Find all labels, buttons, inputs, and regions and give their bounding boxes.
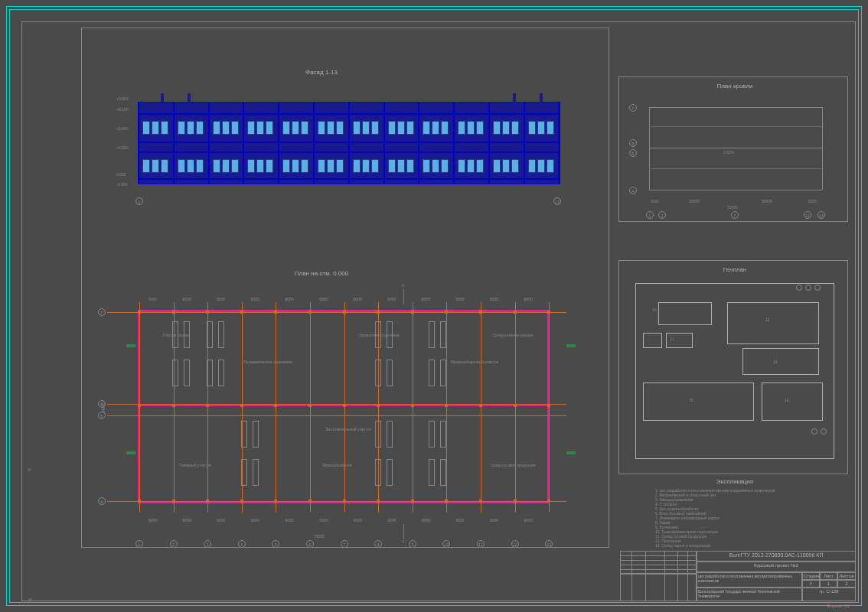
tb-hline — [620, 560, 697, 561]
plan-grid-line-v — [139, 302, 140, 513]
genplan-num: 10 — [652, 308, 657, 312]
facade-window — [213, 159, 220, 173]
tb-vline — [631, 551, 632, 601]
genplan-building — [643, 382, 754, 421]
plan-equipment — [241, 421, 247, 448]
plan-grid-line-v — [344, 302, 345, 513]
facade-window — [406, 121, 414, 135]
facade-window — [336, 121, 344, 135]
plan-dim: 6000 — [148, 297, 157, 301]
facade-window — [178, 121, 185, 135]
room-label: Термообработка — [310, 463, 364, 467]
facade-window — [476, 159, 484, 173]
tb-stage-label: Стадия — [802, 572, 820, 580]
plan-dim: 6000 — [183, 518, 191, 522]
genplan-tree — [796, 285, 802, 291]
tb-stage-val: У — [802, 580, 820, 588]
facade-window — [142, 121, 150, 135]
roof-axis: 2 — [658, 211, 666, 219]
plan-axis-circle: 11 — [477, 540, 485, 548]
roof-vent — [513, 93, 516, 102]
facade-window — [502, 159, 510, 173]
facade-window — [318, 159, 325, 173]
plan-height-dim: 34000 — [101, 402, 106, 413]
facade-window — [318, 121, 325, 135]
plan-grid-line-h — [107, 312, 566, 313]
tb-dept: Волгоградский Государственный Технически… — [697, 588, 802, 601]
facade-window — [292, 159, 299, 173]
facade-window — [537, 159, 545, 173]
plan-dim: 6000 — [422, 518, 430, 522]
plan-dim: 6000 — [217, 297, 225, 301]
plan-equipment — [375, 360, 381, 386]
tb-vline — [687, 551, 688, 601]
plan-equipment — [253, 421, 259, 448]
roof-title: План кровли — [704, 83, 765, 90]
tb-hline — [620, 569, 697, 570]
facade-beam — [138, 142, 559, 143]
plan-grid-line-v — [276, 302, 276, 513]
plan-equipment — [387, 421, 393, 448]
tb-code: ВолгГТУ 2013-270800.0АС-110096 КП — [697, 551, 856, 562]
facade-window — [301, 121, 308, 135]
roof-line — [649, 107, 822, 108]
room-label: Токарный участок — [168, 463, 222, 467]
plan-dim: 6000 — [387, 518, 396, 522]
facade-window — [161, 121, 168, 135]
facade-window — [256, 159, 264, 173]
plan-dim: 6000 — [148, 518, 157, 522]
roof-dim: 30000 — [762, 199, 772, 203]
facade-window — [493, 121, 501, 135]
plan-total-dim: 72000 — [314, 534, 325, 539]
facade-window — [353, 159, 361, 173]
roof-axis: А — [629, 187, 637, 194]
plan-entry-arrow — [566, 344, 576, 347]
plan-axis-circle: 7 — [341, 540, 348, 548]
genplan-num: 14 — [773, 360, 778, 364]
plan-dim: 6000 — [490, 297, 498, 301]
plan-dim: 6000 — [285, 297, 293, 301]
genplan-title: Генплан — [704, 266, 765, 273]
roof-axis: В — [629, 139, 637, 147]
facade-window — [196, 159, 204, 173]
tb-project: Курсовой проект №2 — [697, 562, 856, 572]
plan-dim: 6000 — [524, 518, 533, 522]
plan-dim: 6000 — [455, 297, 464, 301]
facade-window — [397, 159, 405, 173]
room-label: Окрасочное отделение — [352, 333, 406, 337]
genplan-building — [742, 348, 819, 375]
plan-equipment — [184, 360, 190, 386]
genplan-building — [643, 333, 662, 348]
roof-dim: 6000 — [651, 199, 659, 203]
plan-title: План на отм. 0.000 — [276, 270, 367, 277]
plan-axis-circle: 9 — [409, 540, 416, 548]
tb-org: гр. С-138 — [802, 588, 856, 601]
facade-window — [266, 159, 273, 173]
elev-mark: +8.100 — [116, 107, 128, 112]
plan-axis-circle: 4 — [238, 540, 246, 548]
plan-equipment — [440, 321, 446, 348]
facade-window — [511, 159, 519, 173]
facade-window — [327, 121, 334, 135]
facade-window — [256, 121, 264, 135]
roof-axis: 13 — [817, 211, 825, 219]
plan-grid-line-v — [481, 302, 481, 513]
plan-equipment — [429, 421, 435, 448]
plan-dim: 6000 — [422, 297, 430, 301]
facade-window — [476, 121, 484, 135]
plan-equipment — [387, 360, 393, 386]
room-label: Участок сборки — [153, 333, 199, 337]
facade-window — [441, 159, 449, 173]
roof-line — [649, 190, 822, 190]
plan-axis-circle: 12 — [511, 540, 519, 548]
facade-window — [247, 159, 255, 173]
room-label: Склад комплектующих — [490, 333, 536, 337]
plan-axis-circle: 1 — [135, 540, 143, 548]
roof-axis: Б — [629, 149, 637, 157]
plan-axis-circle-v: Г — [98, 308, 106, 316]
facade-window — [152, 121, 159, 135]
facade-window — [423, 121, 430, 135]
genplan-num: 15 — [689, 398, 693, 402]
tb-vline — [664, 551, 665, 601]
genplan-building — [727, 302, 819, 344]
